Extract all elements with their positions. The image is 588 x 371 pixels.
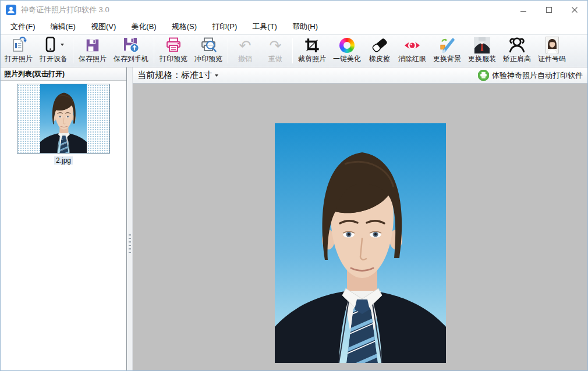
toolbar-button-label: 保存到手机 (114, 54, 148, 64)
develop-preview-button[interactable]: 冲印预览 (191, 35, 226, 66)
undo-icon: ↶ (239, 38, 252, 53)
chevron-down-icon (215, 74, 218, 77)
menu-tools[interactable]: 工具(T) (245, 19, 285, 34)
undo-button: ↶ 撤销 (230, 35, 260, 66)
chevron-down-icon (61, 44, 64, 46)
window-controls (511, 1, 587, 19)
promo-text: 体验神奇照片自动打印软件 (492, 70, 583, 81)
change-background-icon (438, 36, 456, 53)
menu-spec[interactable]: 规格(S) (164, 19, 204, 34)
toolbar: 打开照片 打开设备 保存照片 (1, 34, 587, 67)
print-preview-button[interactable]: 打印预览 (156, 35, 191, 66)
thumbnail-portrait-image (40, 84, 87, 154)
eraser-icon (371, 36, 388, 53)
spec-value: 标准1寸 (181, 70, 212, 81)
toolbar-separator (292, 38, 293, 63)
main-portrait-image[interactable] (275, 123, 446, 363)
photo-thumbnail[interactable] (17, 84, 110, 154)
photo-filename: 2.jpg (54, 156, 73, 165)
open-device-button[interactable]: 打开设备 (36, 35, 71, 66)
title-bar: 神奇证件照片打印软件 3.0 (1, 1, 587, 19)
toolbar-button-label: 打印预览 (160, 54, 187, 64)
current-spec-dropdown[interactable]: 当前规格： 标准1寸 (137, 70, 218, 81)
open-device-icon (44, 36, 64, 53)
print-preview-icon (165, 36, 182, 53)
beautify-icon (339, 37, 355, 53)
minimize-icon (520, 6, 527, 13)
open-photo-icon (10, 36, 27, 53)
photo-list-header: 照片列表(双击打开) (1, 67, 126, 81)
change-clothes-icon (474, 37, 490, 53)
id-number-icon (546, 37, 559, 53)
maximize-button[interactable] (536, 1, 562, 19)
remove-red-eye-button[interactable]: 消除红眼 (395, 35, 430, 66)
save-photo-icon (84, 37, 101, 53)
menu-help[interactable]: 帮助(H) (285, 19, 325, 34)
main-area: 当前规格： 标准1寸 体验神奇照片自动打印软件 (133, 67, 587, 370)
toolbar-button-label: 撤销 (238, 54, 252, 64)
menu-view[interactable]: 视图(V) (83, 19, 123, 34)
save-photo-button[interactable]: 保存照片 (75, 35, 110, 66)
toolbar-separator (154, 38, 154, 63)
toolbar-button-label: 裁剪照片 (298, 54, 326, 64)
toolbar-button-label: 更换背景 (433, 54, 461, 64)
change-background-button[interactable]: 更换背景 (430, 35, 465, 66)
panel-splitter[interactable] (127, 67, 133, 370)
toolbar-separator (73, 38, 73, 63)
app-window: 神奇证件照片打印软件 3.0 文件(F) 编辑(E) 视图(V) 美化(B) 规… (0, 0, 588, 371)
toolbar-button-label: 消除红眼 (398, 54, 426, 64)
toolbar-button-label: 矫正肩高 (503, 54, 531, 64)
redo-icon: ↷ (270, 38, 282, 53)
eraser-button[interactable]: 橡皮擦 (364, 35, 395, 66)
photo-list-panel: 照片列表(双击打开) 2.jpg (1, 67, 127, 370)
menu-beautify[interactable]: 美化(B) (123, 19, 164, 34)
maximize-icon (546, 6, 552, 13)
menu-print[interactable]: 打印(P) (204, 19, 245, 34)
id-number-button[interactable]: 证件号码 (534, 35, 569, 66)
spec-bar: 当前规格： 标准1寸 体验神奇照片自动打印软件 (133, 67, 587, 84)
crop-photo-button[interactable]: 裁剪照片 (295, 35, 330, 66)
promo-printer-icon (478, 70, 489, 81)
close-button[interactable] (562, 1, 587, 19)
promo-link[interactable]: 体验神奇照片自动打印软件 (478, 70, 583, 81)
fix-shoulder-icon (508, 36, 526, 53)
open-photo-button[interactable]: 打开照片 (1, 35, 36, 66)
toolbar-button-label: 证件号码 (538, 54, 566, 64)
menu-file[interactable]: 文件(F) (3, 19, 43, 34)
toolbar-button-label: 打开照片 (5, 54, 33, 64)
content-area: 照片列表(双击打开) 2.jpg 当前规格： 标准1寸 (1, 67, 587, 370)
app-logo-icon (6, 5, 16, 15)
red-eye-icon (403, 37, 421, 53)
photo-canvas (133, 84, 587, 370)
fix-shoulder-button[interactable]: 矫正肩高 (500, 35, 534, 66)
minimize-button[interactable] (511, 1, 536, 19)
spec-label: 当前规格： (137, 70, 181, 81)
toolbar-separator (228, 38, 228, 63)
list-item[interactable]: 2.jpg (1, 81, 126, 165)
one-click-beautify-button[interactable]: 一键美化 (330, 35, 364, 66)
redo-button: ↷ 重做 (260, 35, 291, 66)
menu-bar: 文件(F) 编辑(E) 视图(V) 美化(B) 规格(S) 打印(P) 工具(T… (1, 19, 587, 34)
splitter-grip-icon (129, 234, 131, 255)
crop-icon (304, 37, 320, 53)
develop-preview-icon (200, 36, 217, 53)
toolbar-button-label: 打开设备 (40, 54, 68, 64)
toolbar-button-label: 更换服装 (468, 54, 496, 64)
save-to-phone-icon (122, 36, 140, 53)
toolbar-button-label: 一键美化 (333, 54, 361, 64)
toolbar-button-label: 重做 (268, 54, 282, 64)
menu-edit[interactable]: 编辑(E) (43, 19, 83, 34)
close-icon (571, 6, 578, 13)
change-clothes-button[interactable]: 更换服装 (465, 35, 500, 66)
save-to-phone-button[interactable]: 保存到手机 (110, 35, 152, 66)
toolbar-button-label: 橡皮擦 (369, 54, 390, 64)
window-title: 神奇证件照片打印软件 3.0 (21, 5, 109, 15)
toolbar-button-label: 冲印预览 (194, 54, 222, 64)
toolbar-button-label: 保存照片 (79, 54, 107, 64)
